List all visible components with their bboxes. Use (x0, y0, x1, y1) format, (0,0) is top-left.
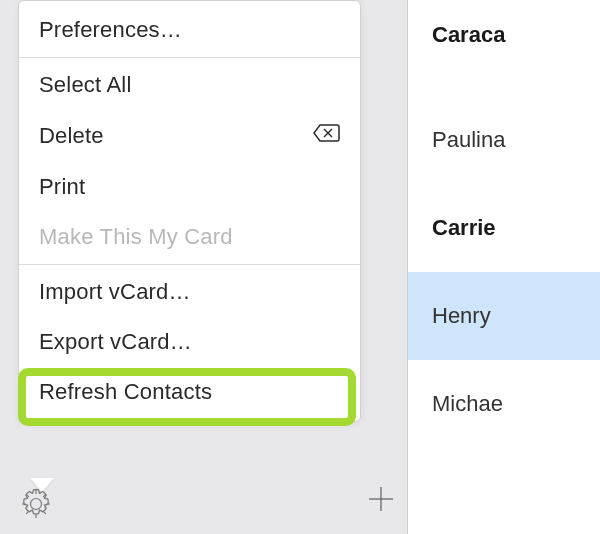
contact-name: Michae (432, 391, 503, 417)
menu-label: Delete (39, 123, 104, 149)
contact-row[interactable]: Henry (408, 272, 600, 360)
contact-name: Carrie (432, 215, 496, 241)
menu-label: Export vCard… (39, 329, 192, 355)
menu-label: Import vCard… (39, 279, 191, 305)
menu-divider (19, 264, 360, 265)
add-contact-button[interactable] (364, 482, 398, 516)
sidebar-pane: Preferences… Select All Delete Print Mak… (0, 0, 407, 534)
menu-item-select-all[interactable]: Select All (19, 60, 360, 110)
contact-row[interactable]: Caraca (408, 0, 600, 96)
menu-label: Select All (39, 72, 132, 98)
menu-divider (19, 57, 360, 58)
menu-label: Make This My Card (39, 224, 233, 250)
contact-row[interactable]: Paulina (408, 96, 600, 184)
menu-item-import-vcard[interactable]: Import vCard… (19, 267, 360, 317)
gear-icon[interactable] (18, 486, 54, 522)
menu-item-export-vcard[interactable]: Export vCard… (19, 317, 360, 367)
menu-item-refresh-contacts[interactable]: Refresh Contacts (19, 367, 360, 417)
contact-row[interactable]: Michae (408, 360, 600, 448)
plus-icon (366, 484, 396, 514)
contact-name: Caraca (432, 22, 505, 48)
contact-name: Paulina (432, 127, 505, 153)
menu-item-delete[interactable]: Delete (19, 110, 360, 162)
menu-label: Refresh Contacts (39, 379, 212, 405)
menu-label: Print (39, 174, 85, 200)
menu-item-preferences[interactable]: Preferences… (19, 5, 360, 55)
contacts-list-pane: Caraca Paulina Carrie Henry Michae (407, 0, 600, 534)
contact-row[interactable]: Carrie (408, 184, 600, 272)
menu-item-make-my-card: Make This My Card (19, 212, 360, 262)
settings-context-menu: Preferences… Select All Delete Print Mak… (18, 0, 361, 422)
backspace-delete-icon (312, 122, 340, 150)
svg-point-2 (31, 499, 42, 510)
contact-name: Henry (432, 303, 491, 329)
menu-item-print[interactable]: Print (19, 162, 360, 212)
menu-label: Preferences… (39, 17, 182, 43)
